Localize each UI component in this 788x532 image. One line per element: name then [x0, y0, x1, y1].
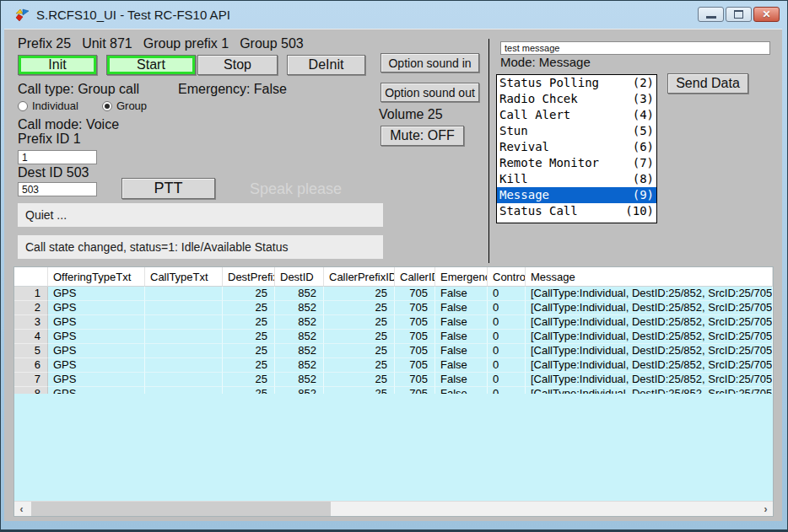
table-cell: 0: [488, 344, 526, 358]
listbox-item[interactable]: Remote Monitor(7): [497, 155, 656, 171]
table-cell: 0: [488, 330, 526, 344]
speak-hint: Speak please: [250, 180, 342, 198]
dest-id-input[interactable]: [18, 182, 97, 196]
table-row[interactable]: 1GPS2585225705False0[CallType:Individual…: [14, 287, 773, 301]
row-number-cell: 5: [14, 344, 48, 358]
listbox-item-label: Stun: [499, 123, 528, 139]
stop-button[interactable]: Stop: [197, 55, 278, 75]
listbox-item-number: (6): [633, 139, 654, 155]
table-cell: 705: [395, 330, 435, 344]
column-header[interactable]: CallTypeTxt: [145, 267, 223, 287]
scroll-left-icon[interactable]: ‹: [14, 502, 29, 516]
table-cell: 25: [324, 315, 395, 330]
table-cell: 705: [395, 315, 435, 330]
table-filler: [14, 394, 773, 501]
table-cell: [CallType:Individual, DestID:25/852, Src…: [526, 358, 773, 373]
table-cell: 25: [324, 344, 395, 358]
mode-label: Mode: Message: [500, 55, 591, 69]
horizontal-scrollbar[interactable]: ‹ ›: [14, 501, 773, 516]
table-cell: 25: [223, 315, 275, 330]
radio-individual[interactable]: Individual: [18, 99, 78, 112]
minimize-icon: [706, 16, 716, 19]
table-cell: 25: [223, 330, 275, 344]
listbox-item[interactable]: Revival(6): [497, 139, 656, 155]
table-cell: False: [435, 301, 488, 315]
column-header[interactable]: [14, 267, 48, 287]
table-cell: 705: [395, 301, 435, 315]
column-header[interactable]: CallerID: [395, 267, 435, 287]
ptt-button[interactable]: PTT: [121, 178, 215, 199]
radio-icon: [102, 101, 112, 111]
log-table: OfferingTypeTxtCallTypeTxtDestPrefixDest…: [13, 266, 774, 517]
deinit-button[interactable]: DeInit: [287, 55, 365, 75]
table-cell: 0: [488, 287, 526, 301]
prefix-id-input[interactable]: [18, 150, 97, 164]
send-data-button[interactable]: Send Data: [667, 73, 748, 94]
maximize-button[interactable]: [726, 7, 752, 22]
table-cell: [CallType:Individual, DestID:25/852, Src…: [526, 287, 773, 301]
start-button[interactable]: Start: [106, 55, 196, 75]
column-header[interactable]: DestPrefix: [223, 267, 275, 287]
table-body: 1GPS2585225705False0[CallType:Individual…: [14, 287, 773, 394]
mode-listbox[interactable]: Status Polling(2)Radio Chcek(3)Call Aler…: [496, 74, 657, 223]
prefix-label: Prefix 25: [18, 36, 71, 51]
row-number-cell: 4: [14, 330, 48, 344]
sound-status-box: Quiet ...: [18, 203, 383, 227]
listbox-item-label: Status Call: [499, 203, 578, 219]
mute-button[interactable]: Mute: OFF: [381, 126, 464, 146]
option-sound-in-button[interactable]: Option sound in: [381, 53, 479, 73]
listbox-item[interactable]: Stun(5): [497, 123, 656, 139]
table-cell: GPS: [48, 344, 145, 358]
column-header[interactable]: Emergency: [435, 267, 488, 287]
radio-group[interactable]: Group: [102, 99, 147, 112]
listbox-item[interactable]: Status Call(10): [497, 203, 656, 219]
scroll-right-icon[interactable]: ›: [758, 502, 773, 516]
call-mode-label: Call mode: Voice: [18, 117, 119, 132]
table-cell: False: [435, 344, 488, 358]
listbox-item[interactable]: Kill(8): [497, 171, 656, 187]
table-cell: 0: [488, 358, 526, 373]
listbox-item-number: (10): [625, 203, 654, 219]
table-cell: 25: [324, 373, 395, 387]
minimize-button[interactable]: [698, 7, 724, 22]
table-cell: 852: [275, 315, 324, 330]
call-type-label: Call type: Group call: [18, 82, 139, 97]
table-row[interactable]: 2GPS2585225705False0[CallType:Individual…: [14, 301, 773, 315]
listbox-item[interactable]: Status Polling(2): [497, 75, 656, 91]
table-cell: [145, 358, 223, 373]
column-header[interactable]: CallerPrefixID: [324, 267, 395, 287]
table-row[interactable]: 4GPS2585225705False0[CallType:Individual…: [14, 330, 773, 344]
close-button[interactable]: ✕: [753, 7, 780, 22]
column-header[interactable]: DestID: [275, 267, 324, 287]
scrollbar-thumb[interactable]: [31, 502, 331, 516]
listbox-item[interactable]: Message(9): [497, 187, 656, 203]
column-header[interactable]: OfferingTypeTxt: [48, 267, 145, 287]
table-cell: 705: [395, 358, 435, 373]
table-row[interactable]: 3GPS2585225705False0[CallType:Individual…: [14, 315, 773, 330]
table-cell: 852: [275, 301, 324, 315]
listbox-item[interactable]: Radio Chcek(3): [497, 91, 656, 107]
table-row[interactable]: 6GPS2585225705False0[CallType:Individual…: [14, 358, 773, 373]
table-cell: 25: [223, 358, 275, 373]
table-cell: [145, 330, 223, 344]
message-input[interactable]: [500, 41, 770, 55]
table-row[interactable]: 5GPS2585225705False0[CallType:Individual…: [14, 344, 773, 358]
listbox-item-number: (3): [633, 91, 654, 107]
listbox-item[interactable]: Call Alert(4): [497, 107, 656, 123]
column-header[interactable]: Message: [526, 267, 773, 287]
table-cell: False: [435, 330, 488, 344]
table-cell: [145, 287, 223, 301]
table-cell: GPS: [48, 287, 145, 301]
table-cell: 852: [275, 287, 324, 301]
table-row[interactable]: 7GPS2585225705False0[CallType:Individual…: [14, 373, 773, 387]
title-bar[interactable]: S.RCFS10_UI - Test RC-FS10 API ✕: [1, 1, 787, 29]
option-sound-out-button[interactable]: Option sound out: [381, 83, 479, 102]
init-button[interactable]: Init: [18, 55, 97, 75]
table-cell: 705: [395, 287, 435, 301]
client-area: Prefix 25 Unit 871 Group prefix 1 Group …: [4, 29, 782, 521]
call-state-box: Call state changed, status=1: Idle/Avail…: [18, 235, 383, 259]
column-header[interactable]: Control: [488, 267, 526, 287]
listbox-item-label: Status Polling: [499, 75, 599, 91]
row-number-cell: 7: [14, 373, 48, 387]
window-chrome: S.RCFS10_UI - Test RC-FS10 API ✕ Prefix …: [1, 1, 787, 529]
